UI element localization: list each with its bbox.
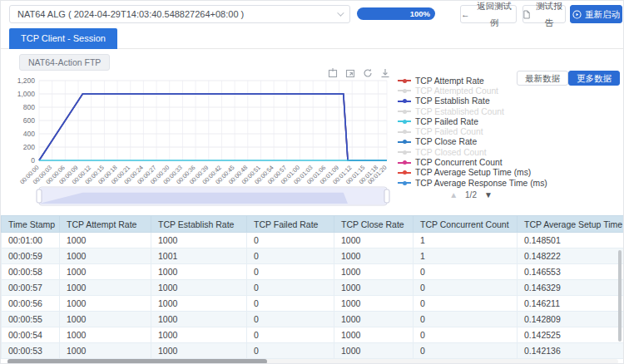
legend-marker-icon <box>398 121 411 122</box>
table-cell: 0.142136 <box>518 343 624 359</box>
table-cell: 0.148222 <box>518 248 624 264</box>
table-cell: 00:00:57 <box>2 280 60 296</box>
table-cell: 1000 <box>60 327 151 343</box>
test-run-select[interactable]: NAT64 ALG ( 2024-04-29T14:03:40.54882726… <box>9 5 350 23</box>
table-cell: 00:00:56 <box>2 296 60 312</box>
document-icon <box>523 10 530 19</box>
legend-item[interactable]: TCP Attempted Count <box>398 86 577 96</box>
restart-icon <box>572 10 582 19</box>
table-row[interactable]: 00:00:55100010000100000.142809 <box>2 312 624 327</box>
legend-item[interactable]: TCP Average Response Time (ms) <box>398 178 577 188</box>
legend-label: TCP Established Count <box>415 107 504 116</box>
legend-item[interactable]: TCP Failed Rate <box>398 116 577 126</box>
table-cell: 00:00:58 <box>2 264 60 280</box>
datazoom-right-handle[interactable] <box>384 189 389 203</box>
restart-label: 重新启动 <box>585 6 620 22</box>
restart-button[interactable]: 重新启动 <box>570 5 622 23</box>
y-axis-tick-label: 1,000 <box>17 90 36 98</box>
legend-label: TCP Failed Count <box>415 127 483 136</box>
table-cell: 1000 <box>151 233 247 248</box>
table-cell: 0 <box>247 327 334 343</box>
table-row[interactable]: 00:00:59100010010100010.148222 <box>2 248 624 264</box>
legend-item[interactable]: TCP Failed Count <box>398 126 577 136</box>
table-cell: 00:00:54 <box>2 327 60 343</box>
table-cell: 1 <box>414 248 518 264</box>
test-report-label: 测试报告 <box>533 0 565 31</box>
more-data-button[interactable]: 更多数据 <box>568 71 620 86</box>
legend-label: TCP Average Setup Time (ms) <box>415 168 531 177</box>
table-cell: 1000 <box>151 296 247 312</box>
y-axis-tick-label: 200 <box>23 143 35 151</box>
column-header: TCP Concurrent Count <box>414 216 518 233</box>
table-cell: 1000 <box>334 327 414 343</box>
legend-item[interactable]: TCP Establish Rate <box>398 96 577 106</box>
table-row[interactable]: 00:00:53100010000100000.142136 <box>2 343 624 359</box>
datazoom-left-handle[interactable] <box>37 189 42 203</box>
legend-page-down-icon[interactable]: ▼ <box>484 190 493 199</box>
legend-item[interactable]: TCP Established Count <box>398 106 577 116</box>
legend-page-up-icon[interactable]: ▲ <box>449 190 458 199</box>
table-cell: 0 <box>414 280 518 296</box>
table-cell: 1000 <box>334 280 414 296</box>
table-cell: 1000 <box>151 327 247 343</box>
legend-pager: ▲ 1/2 ▼ <box>421 190 521 199</box>
test-report-button[interactable]: 测试报告 <box>522 5 566 23</box>
y-axis-tick-label: 800 <box>23 103 35 111</box>
table-cell: 0 <box>247 280 334 296</box>
table-row[interactable]: 00:00:57100010000100000.146329 <box>2 280 624 296</box>
tab-bar: TCP Client - Session <box>1 28 624 49</box>
legend-marker-icon <box>398 101 411 102</box>
legend-item[interactable]: TCP Closed Count <box>398 147 577 157</box>
table-row[interactable]: 00:00:58100010000100000.146553 <box>2 264 624 280</box>
table-cell: 1000 <box>151 264 247 280</box>
legend-label: TCP Establish Rate <box>415 96 490 106</box>
table-cell: 0 <box>414 343 518 359</box>
legend-label: TCP Average Response Time (ms) <box>415 179 547 188</box>
chart-svg: 02004006008001,0001,20000:00:0000:00:030… <box>7 66 392 211</box>
back-to-testcase-button[interactable]: ← 返回测试例 <box>460 5 517 23</box>
legend-marker-icon <box>398 172 411 174</box>
vertical-scrollbar-thumb[interactable] <box>618 250 622 342</box>
column-header: TCP Average Setup Time (ms) <box>518 216 624 233</box>
legend-marker-icon <box>398 80 411 81</box>
table-cell: 0.146211 <box>518 296 624 312</box>
chevron-down-icon <box>337 9 344 16</box>
legend-item[interactable]: TCP Concurrent Count <box>398 157 577 167</box>
table-cell: 0 <box>247 264 334 280</box>
results-table: Time StampTCP Attempt RateTCP Establish … <box>1 215 624 359</box>
table-cell: 1000 <box>334 312 414 327</box>
table-header-row: Time StampTCP Attempt RateTCP Establish … <box>2 216 624 233</box>
column-header: Time Stamp <box>2 216 60 233</box>
legend-item[interactable]: TCP Close Rate <box>398 137 577 147</box>
table-cell: 00:01:00 <box>2 233 60 248</box>
back-arrow-icon: ← <box>461 6 470 22</box>
datazoom-selected-region[interactable] <box>40 188 386 204</box>
table-cell: 0 <box>414 327 518 343</box>
table-row[interactable]: 00:00:54100010000100000.142525 <box>2 327 624 343</box>
legend-marker-icon <box>398 162 411 164</box>
table-cell: 0 <box>414 264 518 280</box>
legend-label: TCP Closed Count <box>415 148 487 157</box>
table-cell: 0 <box>247 312 334 327</box>
latest-data-button[interactable]: 最新数据 <box>517 71 568 86</box>
column-header: TCP Attempt Rate <box>60 216 151 233</box>
table-cell: 1000 <box>60 264 151 280</box>
table-row[interactable]: 00:00:56100010000100000.146211 <box>2 296 624 312</box>
table-cell: 1000 <box>334 248 414 264</box>
table-row[interactable]: 00:01:00100010000100010.148501 <box>2 233 624 248</box>
table-cell: 1000 <box>151 312 247 327</box>
table-cell: 1000 <box>60 233 151 248</box>
horizontal-scrollbar-thumb[interactable] <box>7 359 267 364</box>
tcp-session-chart[interactable]: 02004006008001,0001,20000:00:0000:00:030… <box>7 66 392 211</box>
table-cell: 0 <box>414 312 518 327</box>
table-cell: 1000 <box>334 264 414 280</box>
legend-marker-icon <box>398 90 411 91</box>
table-cell: 1000 <box>334 296 414 312</box>
tab-tcp-client-session[interactable]: TCP Client - Session <box>9 28 117 49</box>
table-cell: 0.142525 <box>518 327 624 343</box>
table-cell: 1000 <box>60 296 151 312</box>
table-cell: 1000 <box>151 280 247 296</box>
legend-item[interactable]: TCP Average Setup Time (ms) <box>398 168 577 178</box>
table-cell: 00:00:53 <box>2 343 60 359</box>
table-cell: 1001 <box>151 248 247 264</box>
